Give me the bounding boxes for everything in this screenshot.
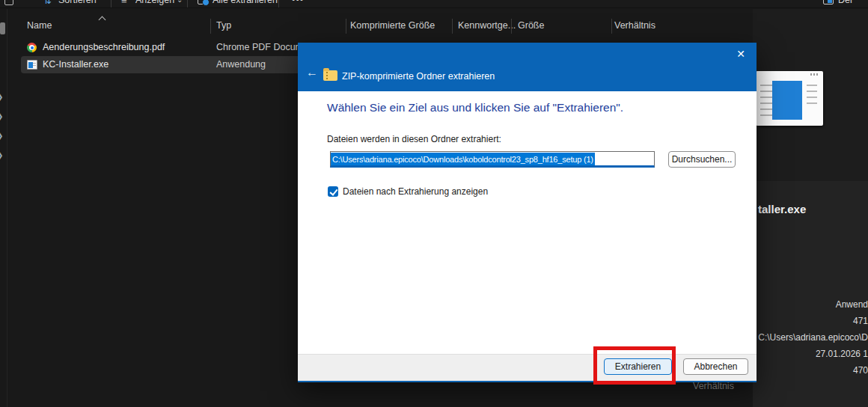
file-type: Chrome PDF Docum — [216, 42, 303, 52]
chevron-down-icon: ⌄ — [177, 0, 183, 8]
column-divider[interactable] — [346, 19, 346, 34]
toolbar-divider — [278, 0, 279, 8]
cancel-button[interactable]: Abbrechen — [683, 358, 748, 375]
annotation-highlight-box — [593, 346, 676, 385]
application-preview-icon — [756, 71, 823, 126]
extract-all-icon — [198, 0, 208, 4]
chrome-pdf-icon — [27, 43, 37, 52]
selected-path-text: C:\Users\adriana.epicoco\Downloads\kobol… — [331, 153, 595, 166]
ratio-label: Verhältnis — [693, 381, 734, 391]
scrollbar-thumb[interactable] — [0, 22, 5, 34]
view-button[interactable]: Anzeigen — [135, 0, 174, 8]
text-lines-decoration — [760, 85, 772, 116]
details-pane-button[interactable]: Der — [838, 0, 853, 8]
explorer-window: ⇅ Sortieren ≡ Anzeigen ⌄ Alle extrahiere… — [0, 0, 868, 407]
file-name: KC-Installer.exe — [43, 59, 109, 70]
sort-button[interactable]: Sortieren — [58, 0, 97, 8]
explorer-toolbar: ⇅ Sortieren ≡ Anzeigen ⌄ Alle extrahiere… — [0, 0, 868, 8]
destination-label: Dateien werden in diesen Ordner extrahie… — [327, 134, 501, 144]
column-header-password[interactable]: Kennwortge... — [458, 20, 516, 31]
back-arrow-icon[interactable]: ← — [306, 65, 318, 80]
dialog-heading: Wählen Sie ein Ziel aus und klicken Sie … — [327, 101, 623, 114]
extract-all-button[interactable]: Alle extrahieren — [213, 0, 278, 8]
destination-path-input[interactable]: C:\Users\adriana.epicoco\Downloads\kobol… — [330, 151, 655, 168]
zip-extract-dialog: ✕ ← ZIP-komprimierte Ordner extrahieren … — [298, 43, 757, 382]
column-header-row: Name Typ Komprimierte Größe Kennwortge..… — [7, 16, 868, 36]
column-divider[interactable] — [452, 19, 453, 34]
application-icon — [27, 60, 37, 70]
column-header-name[interactable]: Name — [27, 20, 52, 31]
browse-button[interactable]: Durchsuchen... — [668, 151, 736, 168]
toolbar-divider — [187, 0, 188, 8]
detail-size-value: 470 — [853, 365, 868, 376]
detail-type-value: Anwend — [836, 299, 868, 310]
detail-date-value: 27.01.2026 1 — [816, 349, 868, 359]
tree-expand-chevron-icon[interactable]: ❯ — [0, 151, 3, 159]
sort-icon: ⇅ — [43, 0, 52, 8]
show-files-checkbox-label[interactable]: Dateien nach Extrahierung anzeigen — [343, 186, 488, 197]
detail-path-value: C:\Users\adriana.epicoco\D — [758, 332, 868, 343]
dialog-title: ZIP-komprimierte Ordner extrahieren — [342, 71, 495, 82]
details-pane-icon — [823, 0, 834, 4]
column-header-type[interactable]: Typ — [216, 20, 231, 31]
column-header-size[interactable]: Größe — [518, 20, 544, 31]
detail-compressed-size-value: 471 — [853, 316, 868, 326]
text-lines-decoration — [807, 85, 817, 105]
dialog-titlebar[interactable]: ✕ ← ZIP-komprimierte Ordner extrahieren — [298, 43, 757, 91]
show-files-checkbox[interactable] — [328, 186, 338, 197]
file-name: Aenderungsbeschreibung.pdf — [43, 42, 165, 52]
dialog-footer: Extrahieren Abbrechen — [298, 354, 757, 381]
column-header-ratio[interactable]: Verhältnis — [614, 20, 655, 31]
blue-document-decoration — [772, 81, 802, 120]
column-header-compressed-size[interactable]: Komprimierte Größe — [350, 20, 435, 31]
more-options-button[interactable]: ••• — [292, 0, 304, 8]
tree-expand-chevron-icon[interactable]: ❯ — [0, 112, 3, 120]
column-divider[interactable] — [210, 19, 211, 34]
file-type: Anwendung — [216, 59, 266, 70]
close-icon[interactable]: ✕ — [732, 46, 750, 62]
navigation-rail: ❯ ❯ ❯ ❯ — [0, 9, 7, 407]
toolbar-divider — [111, 0, 111, 8]
zip-folder-icon — [323, 70, 337, 81]
preview-filename: taller.exe — [758, 203, 806, 215]
window-dots-icon — [810, 73, 819, 76]
sort-ascending-icon — [99, 16, 106, 24]
clipboard-icon[interactable] — [4, 0, 13, 5]
view-icon: ≡ — [121, 0, 127, 8]
column-divider[interactable] — [511, 19, 512, 34]
tree-expand-chevron-icon[interactable]: ❯ — [0, 93, 3, 101]
column-divider[interactable] — [611, 19, 612, 34]
tree-expand-chevron-icon[interactable]: ❯ — [0, 132, 3, 140]
